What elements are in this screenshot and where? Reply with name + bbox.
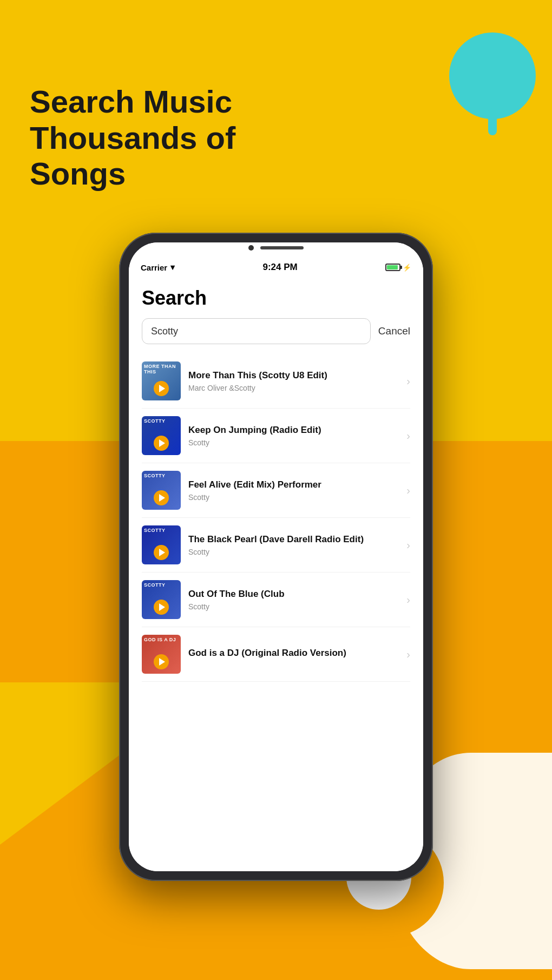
battery-tip — [400, 266, 402, 269]
song-title: More Than This (Scotty U8 Edit) — [188, 370, 399, 382]
list-item[interactable]: GOD IS A DJ God is a DJ (Original Radio … — [142, 627, 410, 682]
play-button[interactable] — [154, 654, 169, 669]
thumb-label: SCOTTY — [144, 418, 166, 424]
chevron-right-icon: › — [406, 539, 410, 551]
song-thumbnail: SCOTTY — [142, 416, 181, 455]
hero-text: Search Music Thousands of Songs — [30, 84, 290, 192]
chevron-right-icon: › — [406, 648, 410, 661]
song-thumbnail: GOD IS A DJ — [142, 635, 181, 674]
chevron-right-icon: › — [406, 430, 410, 442]
list-item[interactable]: SCOTTY Keep On Jumping (Radio Edit) Scot… — [142, 409, 410, 463]
hero-line2: Thousands of Songs — [30, 120, 290, 192]
play-icon — [159, 658, 165, 666]
thumb-label: More Than This — [144, 364, 181, 374]
play-button[interactable] — [154, 436, 169, 451]
song-title: Feel Alive (Edit Mix) Performer — [188, 479, 399, 491]
notch-area — [129, 242, 423, 256]
search-bar-row: Cancel — [142, 318, 410, 344]
song-artist: Scotty — [188, 493, 399, 502]
play-icon — [159, 494, 165, 502]
thumb-label: SCOTTY — [144, 473, 166, 478]
status-time: 9:24 PM — [262, 262, 297, 273]
camera-dot — [248, 245, 254, 251]
song-info: The Black Pearl (Dave Darell Radio Edit)… — [188, 534, 399, 556]
thumb-label: SCOTTY — [144, 528, 166, 533]
thumb-label: SCOTTY — [144, 582, 166, 588]
thumb-label: GOD IS A DJ — [144, 637, 176, 642]
carrier-label: Carrier — [141, 263, 167, 272]
song-info: Feel Alive (Edit Mix) Performer Scotty — [188, 479, 399, 502]
status-left: Carrier ▾ — [141, 262, 175, 272]
status-bar: Carrier ▾ 9:24 PM ⚡ — [129, 256, 423, 276]
phone-mockup: Carrier ▾ 9:24 PM ⚡ Search Cancel — [119, 233, 433, 881]
song-thumbnail: SCOTTY — [142, 471, 181, 510]
wifi-icon: ▾ — [170, 262, 175, 272]
song-info: God is a DJ (Original Radio Version) — [188, 647, 399, 661]
list-item[interactable]: More Than This More Than This (Scotty U8… — [142, 354, 410, 409]
app-content: Search Cancel More Than This More Than T… — [129, 276, 423, 871]
song-artist: Scotty — [188, 602, 399, 611]
speaker-bar — [260, 246, 304, 249]
song-artist: Scotty — [188, 438, 399, 447]
song-thumbnail: SCOTTY — [142, 525, 181, 564]
play-icon — [159, 549, 165, 556]
battery-fill — [387, 265, 398, 269]
play-icon — [159, 603, 165, 611]
play-icon — [159, 385, 165, 392]
song-thumbnail: More Than This — [142, 361, 181, 400]
song-info: More Than This (Scotty U8 Edit) Marc Oli… — [188, 370, 399, 392]
song-title: The Black Pearl (Dave Darell Radio Edit) — [188, 534, 399, 545]
play-button[interactable] — [154, 381, 169, 396]
charging-bolt: ⚡ — [403, 264, 411, 272]
chevron-right-icon: › — [406, 484, 410, 497]
song-title: Keep On Jumping (Radio Edit) — [188, 424, 399, 436]
chevron-right-icon: › — [406, 375, 410, 387]
search-input[interactable] — [142, 318, 371, 344]
play-button[interactable] — [154, 600, 169, 615]
play-icon — [159, 439, 165, 447]
list-item[interactable]: SCOTTY Out Of The Blue (Club Scotty › — [142, 573, 410, 627]
headphone-decoration — [449, 32, 536, 119]
search-page-title: Search — [142, 276, 410, 318]
song-list: More Than This More Than This (Scotty U8… — [142, 354, 410, 682]
phone-screen: Carrier ▾ 9:24 PM ⚡ Search Cancel — [129, 242, 423, 871]
song-artist: Scotty — [188, 548, 399, 556]
song-info: Out Of The Blue (Club Scotty — [188, 588, 399, 611]
phone-outer-shell: Carrier ▾ 9:24 PM ⚡ Search Cancel — [119, 233, 433, 881]
song-info: Keep On Jumping (Radio Edit) Scotty — [188, 424, 399, 447]
list-item[interactable]: SCOTTY The Black Pearl (Dave Darell Radi… — [142, 518, 410, 573]
cancel-button[interactable]: Cancel — [378, 325, 410, 337]
list-item[interactable]: SCOTTY Feel Alive (Edit Mix) Performer S… — [142, 463, 410, 518]
play-button[interactable] — [154, 490, 169, 505]
song-thumbnail: SCOTTY — [142, 580, 181, 619]
song-artist: Marc Oliver &Scotty — [188, 384, 399, 392]
play-button[interactable] — [154, 545, 169, 560]
battery-icon — [385, 264, 400, 271]
song-title: God is a DJ (Original Radio Version) — [188, 647, 399, 659]
song-title: Out Of The Blue (Club — [188, 588, 399, 600]
hero-line1: Search Music — [30, 84, 290, 120]
status-right: ⚡ — [385, 264, 411, 272]
chevron-right-icon: › — [406, 594, 410, 606]
